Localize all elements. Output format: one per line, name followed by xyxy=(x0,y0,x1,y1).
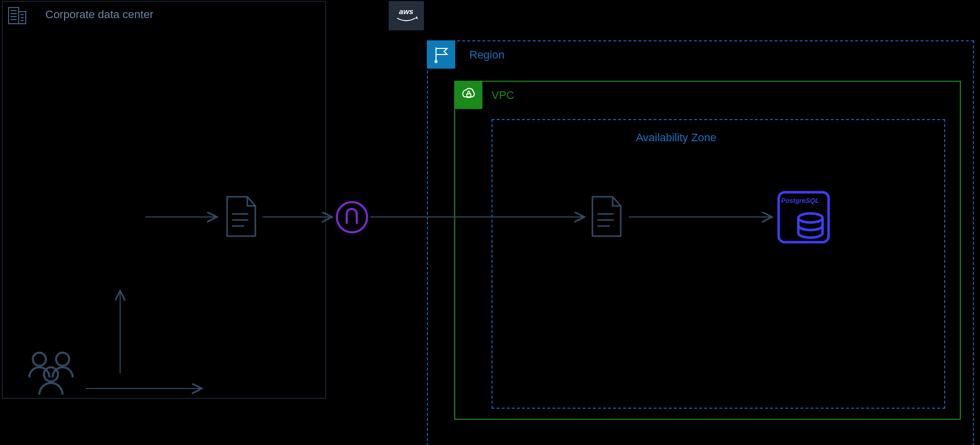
vpc-cloud-icon xyxy=(454,81,482,109)
corporate-data-center-box xyxy=(2,1,326,399)
aws-text: aws xyxy=(399,7,413,16)
region-flag-icon xyxy=(427,40,455,69)
svg-point-18 xyxy=(337,202,367,233)
svg-point-22 xyxy=(56,353,69,366)
availability-zone-box xyxy=(492,119,945,409)
postgresql-label: PostgreSQL xyxy=(781,197,819,204)
document-icon xyxy=(589,195,625,238)
region-label: Region xyxy=(469,48,505,62)
aws-cloud-icon: aws xyxy=(389,1,424,30)
svg-point-20 xyxy=(798,213,823,222)
svg-point-21 xyxy=(33,353,46,366)
transfer-service-icon xyxy=(336,201,368,234)
users-icon xyxy=(24,348,80,399)
svg-rect-0 xyxy=(9,8,19,24)
building-icon xyxy=(2,1,32,29)
svg-point-23 xyxy=(44,367,58,381)
svg-point-10 xyxy=(435,61,437,63)
architecture-diagram: Corporate data center aws Region xyxy=(0,0,980,445)
document-icon xyxy=(224,195,259,238)
corporate-data-center-label: Corporate data center xyxy=(45,8,153,21)
vpc-label: VPC xyxy=(492,89,514,102)
availability-zone-label: Availability Zone xyxy=(636,131,717,144)
